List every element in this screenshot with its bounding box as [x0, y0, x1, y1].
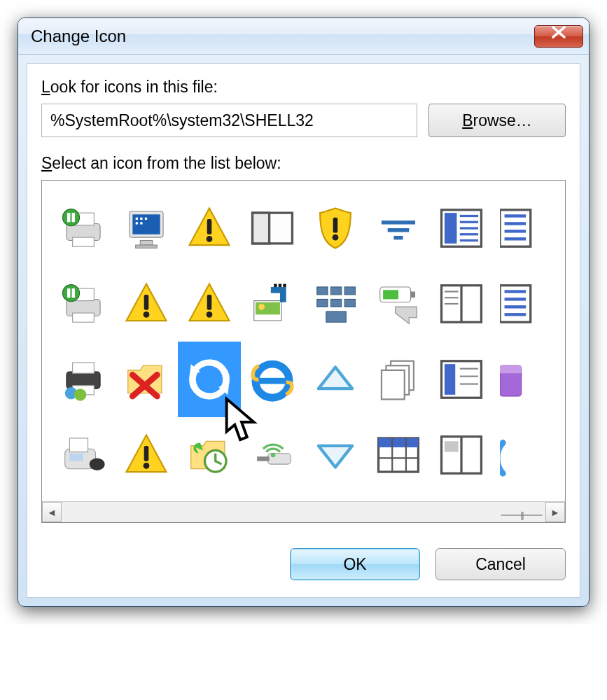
cancel-button[interactable]: Cancel — [435, 548, 566, 580]
icon-option-shared-printer-icon[interactable] — [52, 342, 115, 417]
tiles-icon — [311, 279, 360, 328]
list-partial-icon — [500, 279, 549, 328]
svg-point-45 — [207, 312, 213, 318]
icon-option-refresh-icon[interactable] — [178, 342, 241, 417]
svg-point-20 — [333, 234, 339, 241]
icon-option-table-view-icon[interactable] — [367, 417, 430, 493]
internet-explorer-icon — [248, 355, 297, 404]
icon-option-warning-icon[interactable] — [115, 266, 178, 342]
svg-rect-13 — [136, 222, 138, 224]
stack-icon — [374, 355, 423, 404]
svg-rect-81 — [382, 370, 405, 400]
scroll-right-button[interactable]: ► — [545, 502, 565, 522]
svg-rect-61 — [383, 290, 398, 299]
svg-rect-78 — [254, 378, 291, 384]
icon-option-tiles-icon[interactable] — [304, 266, 367, 342]
icon-option-docked-window-icon[interactable] — [241, 190, 304, 266]
icon-option-triangle-up-icon[interactable] — [304, 342, 367, 417]
svg-rect-90 — [69, 438, 88, 452]
browse-button[interactable]: Browse… — [428, 104, 566, 137]
list-partial-icon — [500, 204, 549, 253]
svg-rect-57 — [344, 299, 355, 307]
icon-option-battery-eject-icon[interactable] — [367, 266, 430, 342]
scroll-thumb[interactable]: ||| — [501, 514, 543, 516]
icon-option-printer-pause-icon[interactable] — [52, 190, 115, 266]
icon-option-paperclip-partial-icon[interactable] — [493, 417, 556, 493]
details-view-icon — [437, 204, 486, 253]
icon-option-reading-pane-icon[interactable] — [430, 266, 493, 342]
svg-rect-55 — [317, 299, 328, 307]
svg-point-39 — [62, 285, 79, 302]
svg-rect-92 — [69, 454, 83, 461]
svg-rect-19 — [333, 218, 338, 233]
icon-option-wireless-dongle-icon[interactable] — [241, 417, 304, 493]
icon-option-warning-icon[interactable] — [115, 417, 178, 493]
icon-option-column-pane-icon[interactable] — [430, 342, 493, 417]
column-pane-icon — [437, 355, 486, 404]
svg-rect-106 — [445, 441, 459, 451]
icon-option-shield-warning-icon[interactable] — [304, 190, 367, 266]
monitor-bluescreen-icon — [122, 204, 171, 253]
close-button[interactable] — [534, 25, 583, 48]
icon-option-warning-icon[interactable] — [178, 266, 241, 342]
triangle-up-icon — [311, 355, 360, 404]
svg-point-98 — [271, 453, 276, 458]
icon-option-stack-icon[interactable] — [367, 342, 430, 417]
icon-option-folder-history-icon[interactable] — [178, 417, 241, 493]
icon-option-purple-drive-partial-icon[interactable] — [493, 342, 556, 417]
svg-rect-9 — [136, 245, 158, 248]
svg-rect-60 — [411, 292, 416, 298]
svg-rect-11 — [140, 218, 142, 220]
warning-icon — [185, 204, 234, 253]
icon-option-media-files-icon[interactable] — [241, 266, 304, 342]
warning-icon — [122, 430, 171, 479]
svg-rect-42 — [144, 295, 149, 310]
fax-icon — [59, 430, 108, 479]
svg-rect-4 — [67, 213, 70, 222]
icon-option-split-view-icon[interactable] — [430, 417, 493, 493]
svg-rect-14 — [140, 222, 142, 224]
svg-rect-15 — [207, 219, 212, 234]
window-title: Change Icon — [31, 27, 126, 46]
icon-option-details-view-icon[interactable] — [430, 190, 493, 266]
icon-option-triangle-down-icon[interactable] — [304, 417, 367, 493]
svg-point-43 — [144, 312, 150, 318]
svg-rect-100 — [379, 438, 419, 447]
titlebar[interactable]: Change Icon — [18, 18, 589, 55]
icon-option-filter-icon[interactable] — [367, 190, 430, 266]
svg-rect-18 — [253, 213, 270, 244]
ok-button[interactable]: OK — [290, 548, 420, 580]
svg-rect-23 — [393, 236, 403, 239]
svg-rect-22 — [388, 228, 410, 232]
svg-rect-10 — [136, 218, 138, 220]
svg-rect-40 — [67, 288, 70, 298]
icon-option-list-partial-icon[interactable] — [493, 190, 556, 266]
horizontal-scrollbar[interactable]: ◄ ||| ► — [42, 501, 565, 522]
svg-rect-58 — [326, 312, 346, 322]
icon-path-input[interactable] — [41, 104, 417, 137]
icon-option-list-partial-icon[interactable] — [493, 266, 556, 342]
warning-icon — [185, 279, 234, 328]
svg-point-16 — [207, 236, 213, 242]
svg-rect-49 — [274, 284, 277, 287]
svg-rect-21 — [382, 220, 415, 224]
icon-option-warning-icon[interactable] — [178, 190, 241, 266]
icon-list[interactable]: ◄ ||| ► — [41, 180, 566, 523]
icon-option-monitor-bluescreen-icon[interactable] — [115, 190, 178, 266]
svg-rect-41 — [72, 288, 75, 298]
icon-option-internet-explorer-icon[interactable] — [241, 342, 304, 417]
svg-rect-93 — [144, 446, 149, 461]
icon-option-delete-folder-icon[interactable] — [115, 342, 178, 417]
icon-option-printer-pause-icon[interactable] — [52, 266, 115, 342]
svg-rect-73 — [73, 363, 95, 373]
svg-rect-97 — [257, 456, 270, 461]
svg-rect-51 — [283, 284, 286, 287]
printer-pause-icon — [59, 204, 108, 253]
docked-window-icon — [248, 204, 297, 253]
printer-pause-icon — [59, 279, 108, 328]
icon-option-fax-icon[interactable] — [52, 417, 115, 493]
svg-rect-56 — [330, 299, 341, 307]
split-view-icon — [437, 430, 486, 479]
scroll-left-button[interactable]: ◄ — [42, 502, 62, 522]
svg-point-48 — [258, 304, 265, 310]
